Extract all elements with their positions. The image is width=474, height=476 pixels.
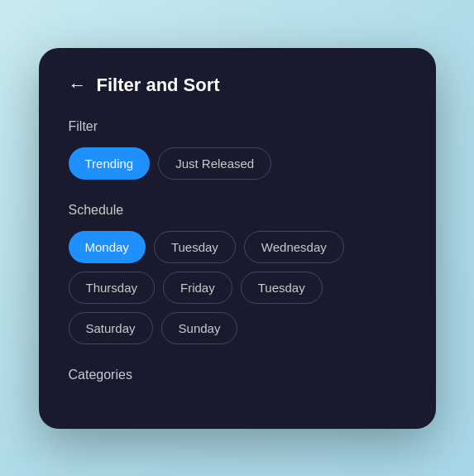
header: ← Filter and Sort	[69, 75, 406, 96]
schedule-chips: Monday Tuesday Wednesday Thursday Friday…	[69, 231, 406, 344]
filter-chips: Trending Just Released	[69, 147, 406, 180]
filter-sort-card: ← Filter and Sort Filter Trending Just R…	[39, 48, 436, 429]
schedule-chip-thursday[interactable]: Thursday	[69, 272, 156, 304]
schedule-section: Schedule Monday Tuesday Wednesday Thursd…	[69, 203, 406, 344]
schedule-chip-tuesday-2[interactable]: Tuesday	[241, 272, 323, 304]
schedule-chip-wednesday[interactable]: Wednesday	[244, 231, 344, 263]
filter-chip-just-released[interactable]: Just Released	[158, 147, 271, 180]
schedule-label: Schedule	[69, 203, 406, 218]
schedule-chip-friday[interactable]: Friday	[163, 272, 232, 304]
back-button[interactable]: ←	[69, 76, 87, 94]
schedule-chip-sunday[interactable]: Sunday	[161, 312, 238, 344]
filter-chip-trending[interactable]: Trending	[69, 147, 151, 180]
categories-section: Categories	[69, 368, 406, 382]
schedule-chip-tuesday-1[interactable]: Tuesday	[154, 231, 236, 263]
schedule-chip-saturday[interactable]: Saturday	[69, 312, 153, 344]
page-title: Filter and Sort	[97, 75, 220, 96]
filter-section: Filter Trending Just Released	[69, 119, 406, 180]
filter-label: Filter	[69, 119, 406, 134]
schedule-chip-monday[interactable]: Monday	[69, 231, 146, 263]
categories-label: Categories	[69, 368, 406, 382]
